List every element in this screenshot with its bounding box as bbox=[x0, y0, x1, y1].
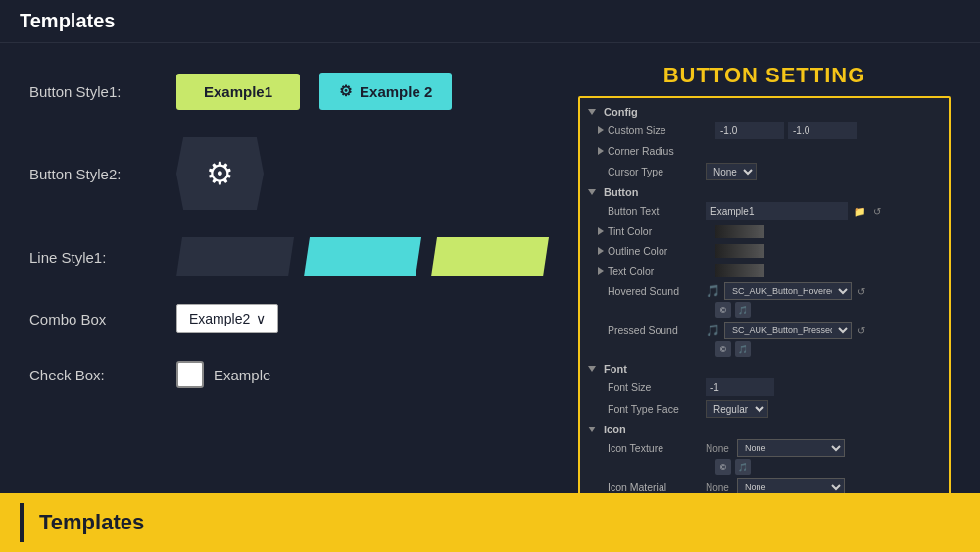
sound-icon: 🎵 bbox=[706, 324, 720, 337]
pressed-sound-row: Pressed Sound 🎵 SC_AUK_Button_Pressed ↺ bbox=[588, 320, 941, 341]
corner-radius-row: Corner Radius bbox=[588, 141, 941, 161]
pressed-sound-value: 🎵 SC_AUK_Button_Pressed ↺ bbox=[706, 322, 941, 339]
combo-box[interactable]: Example2 ∨ bbox=[176, 304, 278, 333]
line-shapes bbox=[176, 237, 549, 276]
corner-radius-label: Corner Radius bbox=[608, 145, 715, 157]
expand-icon bbox=[598, 227, 604, 235]
example2-button[interactable]: ⚙ Example 2 bbox=[319, 73, 452, 110]
cursor-type-row: Cursor Type None bbox=[588, 161, 941, 182]
gear-icon: ⚙ bbox=[339, 82, 352, 100]
button-style2-row: Button Style2: ⚙ bbox=[29, 137, 549, 210]
font-size-value bbox=[706, 378, 941, 396]
none-text2: None bbox=[706, 482, 729, 493]
font-type-value: Regular bbox=[706, 400, 941, 418]
expand-icon bbox=[598, 147, 604, 155]
panel-inner: Config Custom Size Corner Radius bbox=[580, 98, 949, 552]
icon-texture-row: Icon Texture None None bbox=[588, 437, 941, 459]
line-shape-cyan bbox=[304, 237, 421, 276]
tint-color-label: Tint Color bbox=[608, 226, 715, 237]
cursor-type-dropdown[interactable]: None bbox=[706, 163, 757, 180]
icon-texture-icons: © 🎵 bbox=[588, 459, 941, 477]
button-style2-button[interactable]: ⚙ bbox=[176, 137, 264, 210]
mini-icon6: 🎵 bbox=[735, 459, 751, 475]
button-text-value: 📁 ↺ bbox=[706, 202, 941, 220]
line-style1-row: Line Style1: bbox=[29, 237, 549, 276]
main-content: Button Style1: Example1 ⚙ Example 2 Butt… bbox=[0, 43, 980, 552]
footer-bar bbox=[20, 503, 24, 542]
combo-box-label: Combo Box bbox=[29, 311, 157, 327]
collapse-icon bbox=[588, 427, 596, 432]
tint-color-value bbox=[715, 225, 941, 238]
icon-header: Icon bbox=[588, 422, 941, 437]
mini-icon1: © bbox=[715, 302, 731, 318]
text-color-label: Text Color bbox=[608, 265, 715, 276]
checkbox[interactable] bbox=[176, 361, 204, 388]
example1-button[interactable]: Example1 bbox=[176, 74, 300, 110]
browse-icon[interactable]: 📁 bbox=[852, 206, 867, 217]
hovered-sound-row: Hovered Sound 🎵 SC_AUK_Button_Hovered ↺ bbox=[588, 280, 941, 302]
check-box-group: Example bbox=[176, 361, 270, 388]
button-text-input[interactable] bbox=[706, 202, 848, 220]
sound-icon: 🎵 bbox=[706, 284, 720, 298]
mini-icon5: © bbox=[715, 459, 731, 475]
left-panel: Button Style1: Example1 ⚙ Example 2 Butt… bbox=[29, 63, 549, 552]
button-header: Button bbox=[588, 184, 941, 200]
icon-texture-label: Icon Texture bbox=[598, 442, 706, 454]
right-panel: BUTTON SETTING Config Custom Size bbox=[578, 63, 951, 552]
button-text-row: Button Text 📁 ↺ bbox=[588, 200, 941, 222]
font-size-row: Font Size bbox=[588, 376, 941, 398]
font-size-input[interactable] bbox=[706, 378, 774, 396]
outline-color-label: Outline Color bbox=[608, 245, 715, 257]
custom-size-input1[interactable] bbox=[715, 122, 784, 139]
icon-material-label: Icon Material bbox=[598, 481, 706, 493]
button-section: Button Button Text 📁 ↺ Tint Color bbox=[588, 184, 941, 359]
line-style1-label: Line Style1: bbox=[29, 249, 157, 266]
check-box-label: Check Box: bbox=[29, 367, 157, 383]
reset-icon[interactable]: ↺ bbox=[871, 206, 883, 217]
font-type-dropdown[interactable]: Regular bbox=[706, 400, 768, 418]
page-header: Templates bbox=[0, 0, 980, 43]
text-color-value bbox=[715, 264, 941, 277]
hovered-sound-dropdown[interactable]: SC_AUK_Button_Hovered bbox=[724, 282, 852, 300]
tint-color-swatch[interactable] bbox=[715, 225, 764, 238]
example2-label: Example 2 bbox=[360, 83, 432, 100]
reset-pressed-icon[interactable]: ↺ bbox=[856, 326, 867, 336]
icon-texture-dropdown[interactable]: None bbox=[737, 439, 845, 457]
collapse-icon bbox=[588, 189, 596, 195]
config-header: Config bbox=[588, 104, 941, 120]
footer-title: Templates bbox=[39, 510, 144, 535]
config-label: Config bbox=[604, 106, 638, 118]
mini-icon3: © bbox=[715, 341, 731, 357]
outline-color-row: Outline Color bbox=[588, 241, 941, 261]
pressed-sound-dropdown[interactable]: SC_AUK_Button_Pressed bbox=[724, 322, 852, 339]
reset-hovered-icon[interactable]: ↺ bbox=[856, 286, 867, 297]
button-label: Button bbox=[604, 186, 638, 198]
pressed-sound-icons: © 🎵 bbox=[588, 341, 941, 359]
button-style2-label: Button Style2: bbox=[29, 166, 157, 182]
tint-color-row: Tint Color bbox=[588, 222, 941, 241]
line-shape-dark bbox=[176, 237, 294, 276]
config-section: Config Custom Size Corner Radius bbox=[588, 104, 941, 182]
expand-icon bbox=[598, 267, 604, 275]
button-setting-title: BUTTON SETTING bbox=[578, 63, 951, 88]
font-section: Font Font Size Font Type Face Regular bbox=[588, 361, 941, 420]
custom-size-input2[interactable] bbox=[788, 122, 857, 139]
outline-color-swatch[interactable] bbox=[715, 244, 764, 258]
font-size-label: Font Size bbox=[598, 381, 706, 393]
font-label: Font bbox=[604, 363, 627, 375]
hovered-sound-icons: © 🎵 bbox=[588, 302, 941, 320]
icon-label: Icon bbox=[604, 424, 626, 435]
hovered-sound-value: 🎵 SC_AUK_Button_Hovered ↺ bbox=[706, 282, 941, 300]
combo-box-row: Combo Box Example2 ∨ bbox=[29, 304, 549, 333]
header-title: Templates bbox=[20, 10, 115, 31]
custom-size-row: Custom Size bbox=[588, 120, 941, 141]
expand-icon bbox=[598, 247, 604, 255]
check-box-text: Example bbox=[214, 367, 270, 383]
check-box-row: Check Box: Example bbox=[29, 361, 549, 388]
font-type-label: Font Type Face bbox=[598, 403, 706, 415]
text-color-swatch[interactable] bbox=[715, 264, 764, 277]
cursor-type-value: None bbox=[706, 163, 941, 180]
cursor-type-label: Cursor Type bbox=[598, 166, 706, 177]
button-text-label: Button Text bbox=[598, 205, 706, 217]
collapse-icon bbox=[588, 109, 596, 115]
